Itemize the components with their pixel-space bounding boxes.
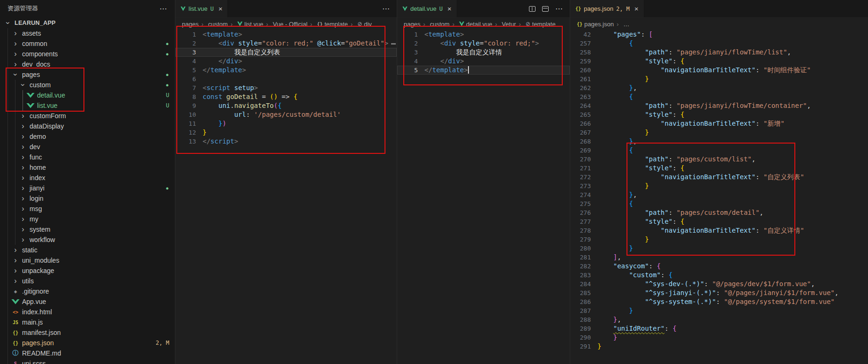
tree-item-label: custom (30, 81, 51, 89)
breadcrumb-item[interactable]: list.vue (228, 21, 264, 28)
breadcrumb-item[interactable]: Vetur (492, 21, 516, 28)
git-status-badge: U (166, 102, 169, 109)
chevron-right-icon[interactable]: › (11, 246, 20, 254)
chevron-right-icon[interactable]: › (11, 50, 20, 58)
chevron-right-icon[interactable]: › (19, 164, 27, 171)
tree-item-dev[interactable]: ›dev (0, 142, 175, 152)
tree-item-jianyi[interactable]: ›jianyi● (0, 183, 175, 193)
code-editor-detail-vue[interactable]: 1<template>2 <div style="color: red;">3 … (397, 30, 570, 364)
chevron-right-icon[interactable]: › (19, 112, 27, 120)
tree-item-index[interactable]: ›index (0, 173, 175, 183)
tree-item-label: dev_docs (22, 61, 50, 68)
tree-item-assets[interactable]: ›assets (0, 28, 175, 38)
chevron-down-icon[interactable]: › (4, 19, 12, 27)
more-actions-icon[interactable]: ⋯ (382, 4, 390, 13)
line-number: 1 (175, 30, 196, 39)
chevron-right-icon[interactable]: › (19, 133, 27, 140)
chevron-right-icon[interactable]: › (19, 153, 27, 161)
tree-item-dev-docs[interactable]: ›dev_docs (0, 59, 175, 69)
breadcrumb-item[interactable]: Vue - Official (263, 21, 307, 28)
tree-item-common[interactable]: ›common● (0, 38, 175, 49)
split-editor-icon[interactable] (529, 6, 536, 12)
chevron-down-icon[interactable]: › (12, 70, 19, 79)
editor-layout-icon[interactable] (542, 6, 549, 12)
code-line: 278 "navigationBarTitleText": "自定义详情" (570, 226, 868, 235)
tree-item-components[interactable]: ›components● (0, 49, 175, 59)
tree-item-gitignore[interactable]: ◈.gitignore (0, 286, 175, 296)
chevron-right-icon[interactable]: › (19, 215, 27, 223)
tree-item-demo[interactable]: ›demo (0, 131, 175, 142)
breadcrumb-item[interactable]: {}template (308, 21, 348, 28)
git-change-dot: ● (166, 83, 168, 87)
tree-item-home[interactable]: ›home (0, 162, 175, 173)
chevron-right-icon[interactable]: › (11, 257, 20, 264)
tab-detail-vue[interactable]: detail.vue U × (397, 0, 457, 17)
tree-item-custom[interactable]: ›custom● (0, 80, 175, 90)
tree-item-unpackage[interactable]: ›unpackage (0, 265, 175, 276)
tree-item-learun-app[interactable]: ›LEARUN_APP (0, 18, 175, 28)
tree-item-index-html[interactable]: <>index.html (0, 307, 175, 317)
chevron-right-icon[interactable]: › (11, 61, 20, 68)
close-icon[interactable]: × (634, 5, 639, 13)
chevron-right-icon[interactable]: › (19, 184, 27, 192)
code-line: 10 url: '/pages/custom/detail' (175, 110, 397, 119)
tree-item-pages[interactable]: ›pages● (0, 69, 175, 80)
tree-item-my[interactable]: ›my (0, 214, 175, 224)
chevron-right-icon[interactable]: › (11, 30, 20, 37)
tree-item-uni-scss[interactable]: Suni.scss (0, 358, 175, 364)
tree-item-app-vue[interactable]: App.vue (0, 296, 175, 307)
chevron-right-icon[interactable]: › (11, 40, 20, 47)
tree-item-pages-json[interactable]: {}pages.json2, M (0, 338, 175, 348)
tree-item-login[interactable]: ›login (0, 193, 175, 204)
tree-item-utils[interactable]: ›utils (0, 276, 175, 286)
tree-item-list-vue[interactable]: list.vueU (0, 100, 175, 111)
chevron-right-icon[interactable]: › (11, 277, 20, 285)
code-line: 268 }, (570, 137, 868, 146)
code-text: } (597, 182, 868, 190)
symbol-icon: ⊘ (526, 21, 530, 27)
code-editor-pages-json[interactable]: 42 "pages": [257 {258 "path": "pages/jia… (570, 30, 868, 364)
breadcrumb-item[interactable]: pages (404, 21, 420, 28)
tree-item-static[interactable]: ›static (0, 245, 175, 255)
breadcrumb-item[interactable]: ⊘div (348, 21, 372, 28)
chevron-right-icon[interactable]: › (19, 174, 27, 182)
breadcrumb-label: pages.json (584, 21, 614, 28)
tree-item-main-js[interactable]: JSmain.js (0, 317, 175, 327)
line-number: 259 (570, 57, 591, 66)
chevron-right-icon[interactable]: › (11, 267, 20, 274)
breadcrumb-item[interactable]: … (614, 21, 629, 28)
more-actions-icon[interactable]: ⋯ (555, 4, 563, 13)
code-text: 我是自定义列表 (203, 48, 397, 57)
close-icon[interactable]: × (447, 5, 452, 13)
tree-item-system[interactable]: ›system (0, 224, 175, 235)
tree-item-datadisplay[interactable]: ›dataDisplay (0, 121, 175, 131)
vscode-window: 资源管理器 ⋯ ›LEARUN_APP›assets›common●›compo… (0, 0, 868, 364)
code-editor-list-vue[interactable]: 1<template>2 <div style="color: red;" @c… (175, 30, 397, 364)
breadcrumb-item[interactable]: {}pages.json (577, 21, 614, 28)
close-icon[interactable]: × (219, 5, 223, 13)
tree-item-customform[interactable]: ›customForm (0, 111, 175, 121)
tree-item-msg[interactable]: ›msg (0, 204, 175, 214)
tree-item-readme-md[interactable]: ⓘREADME.md (0, 348, 175, 358)
chevron-down-icon[interactable]: › (19, 81, 27, 89)
code-line: 284 "^sys-dev-(.*)": "@/pages/dev/$1/for… (570, 280, 868, 288)
more-actions-icon[interactable]: ⋯ (159, 4, 167, 13)
tree-item-workflow[interactable]: ›workflow (0, 235, 175, 245)
breadcrumb-item[interactable]: pages (182, 21, 198, 28)
breadcrumb-item[interactable]: detail.vue (450, 21, 492, 28)
tree-item-func[interactable]: ›func (0, 152, 175, 162)
chevron-right-icon[interactable]: › (19, 195, 27, 202)
chevron-right-icon[interactable]: › (19, 205, 27, 212)
breadcrumb-item[interactable]: custom (420, 21, 449, 28)
tab-pages-json[interactable]: {} pages.json 2, M × (570, 0, 644, 17)
chevron-right-icon[interactable]: › (19, 122, 27, 130)
chevron-right-icon[interactable]: › (19, 226, 27, 233)
tab-list-vue[interactable]: list.vue U × (175, 0, 228, 17)
chevron-right-icon[interactable]: › (19, 143, 27, 151)
tree-item-detail-vue[interactable]: detail.vueU (0, 90, 175, 100)
breadcrumb-item[interactable]: ⊘template (516, 21, 555, 28)
breadcrumb-item[interactable]: custom (198, 21, 227, 28)
tree-item-uni-modules[interactable]: ›uni_modules (0, 255, 175, 265)
chevron-right-icon[interactable]: › (19, 236, 27, 243)
tree-item-manifest-json[interactable]: {}manifest.json (0, 327, 175, 338)
